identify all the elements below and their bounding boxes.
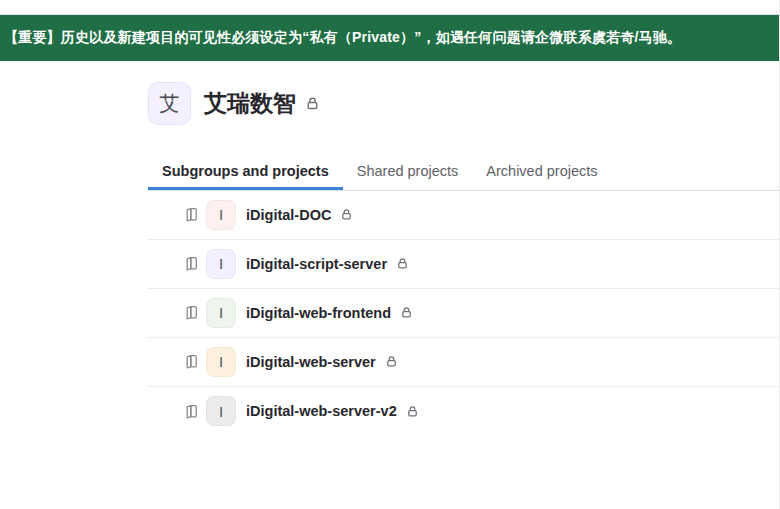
project-name-link[interactable]: iDigital-web-server-v2: [246, 403, 397, 419]
project-avatar: I: [206, 249, 236, 279]
lock-icon: [400, 306, 413, 319]
tab-archived-projects[interactable]: Archived projects: [472, 153, 611, 190]
project-avatar: I: [206, 200, 236, 230]
project-avatar-letter: I: [219, 255, 223, 272]
project-row[interactable]: I iDigital-script-server: [148, 240, 780, 289]
project-row[interactable]: I iDigital-web-frontend: [148, 289, 780, 338]
project-avatar: I: [206, 347, 236, 377]
group-tabs: Subgroups and projects Shared projects A…: [148, 153, 780, 191]
lock-icon: [406, 405, 419, 418]
project-avatar-letter: I: [219, 206, 223, 223]
broadcast-banner: 【重要】历史以及新建项目的可见性必须设定为“私有（Private）”，如遇任何问…: [0, 15, 780, 61]
project-avatar: I: [206, 396, 236, 426]
group-page-content: 艾 艾瑞数智 Subgroups and projects Shared pro…: [148, 61, 780, 436]
project-list: I iDigital-DOC I iDigital-script-server: [148, 191, 780, 436]
project-row[interactable]: I iDigital-web-server-v2: [148, 387, 780, 436]
project-row[interactable]: I iDigital-DOC: [148, 191, 780, 240]
project-avatar-letter: I: [219, 403, 223, 420]
project-icon: [182, 206, 199, 223]
lock-icon: [305, 96, 320, 111]
broadcast-banner-text: 【重要】历史以及新建项目的可见性必须设定为“私有（Private）”，如遇任何问…: [4, 29, 681, 45]
header-bottom-strip: [0, 0, 780, 15]
group-avatar: 艾: [148, 82, 191, 125]
group-avatar-letter: 艾: [160, 90, 180, 117]
project-icon: [182, 353, 199, 370]
project-name-link[interactable]: iDigital-DOC: [246, 207, 331, 223]
lock-icon: [396, 257, 409, 270]
project-icon: [182, 403, 199, 420]
project-name-link[interactable]: iDigital-web-server: [246, 354, 376, 370]
tab-shared-projects[interactable]: Shared projects: [343, 153, 473, 190]
project-avatar-letter: I: [219, 304, 223, 321]
lock-icon: [385, 355, 398, 368]
project-avatar-letter: I: [219, 353, 223, 370]
tab-subgroups-and-projects[interactable]: Subgroups and projects: [148, 153, 343, 190]
project-icon: [182, 304, 199, 321]
project-row[interactable]: I iDigital-web-server: [148, 338, 780, 387]
group-title: 艾瑞数智: [204, 88, 296, 119]
project-icon: [182, 255, 199, 272]
project-name-link[interactable]: iDigital-script-server: [246, 256, 387, 272]
project-name-link[interactable]: iDigital-web-frontend: [246, 305, 391, 321]
lock-icon: [340, 208, 353, 221]
project-avatar: I: [206, 298, 236, 328]
group-header: 艾 艾瑞数智: [148, 61, 780, 125]
